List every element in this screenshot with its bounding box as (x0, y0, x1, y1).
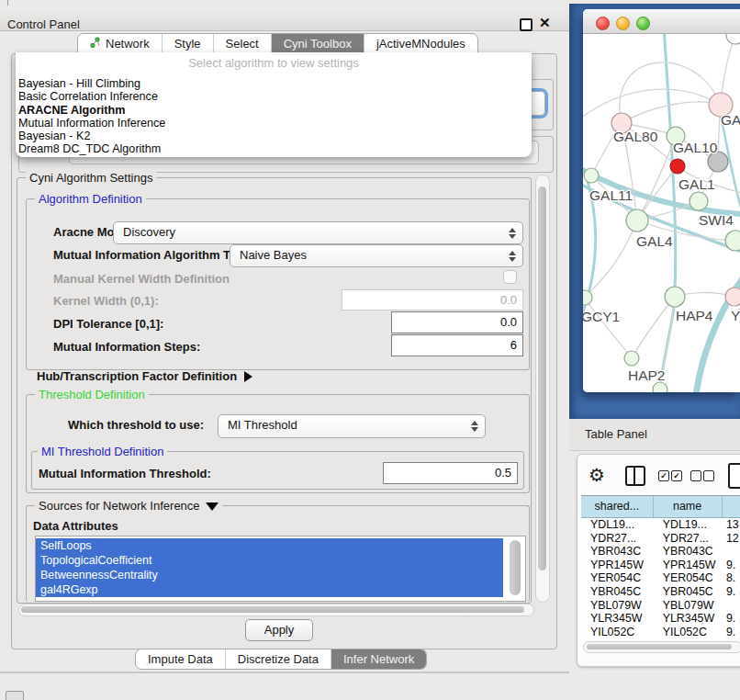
dpi-tolerance-field[interactable]: 0.0 (391, 311, 523, 333)
unchecked-box-icon[interactable] (690, 470, 701, 481)
table-column-header[interactable]: shared... (581, 496, 654, 517)
checked-box-icon[interactable]: ✓ (658, 470, 669, 481)
network-edge[interactable] (632, 297, 675, 358)
tab-label: Select (226, 37, 259, 51)
attribute-list-item[interactable]: gal4RGexp (36, 582, 503, 597)
mi-threshold-field[interactable]: 0.5 (383, 462, 518, 484)
close-icon[interactable]: ✕ (539, 15, 551, 31)
dropdown-item[interactable]: Mutual Information Inference (17, 117, 530, 130)
node-gcy1[interactable] (583, 290, 592, 305)
dropdown-item[interactable]: Bayesian - K2 (17, 130, 530, 142)
threshold-definition-title: Threshold Definition (35, 388, 149, 401)
apply-button[interactable]: Apply (245, 619, 313, 641)
settings-vscroll-thumb[interactable] (538, 186, 546, 570)
node-hap2[interactable] (624, 351, 639, 366)
kernel-width-field[interactable]: 0.0 (342, 289, 523, 310)
float-window-icon[interactable] (520, 18, 533, 31)
tab-network[interactable]: Network (78, 34, 162, 53)
tab-cyni-toolbox[interactable]: Cyni Toolbox (271, 34, 364, 53)
table-cell: YER054C (581, 571, 654, 585)
node-hap4[interactable] (665, 287, 685, 307)
dropdown-item[interactable]: ARACNE Algorithm (17, 104, 530, 117)
table-row[interactable]: YDL19...YDL19...13 (581, 518, 740, 532)
stepper-arrows-icon (471, 421, 478, 432)
which-threshold-combobox[interactable]: MI Threshold (218, 414, 486, 438)
table-row[interactable]: YPR145WYPR145W9. (581, 559, 740, 572)
mi-algorithm-type-combobox[interactable]: Naive Bayes (230, 244, 523, 267)
attribute-list-item[interactable]: TopologicalCoefficient (36, 553, 503, 568)
settings-hscroll-thumb[interactable] (21, 606, 524, 613)
table-header-row: shared...name (581, 496, 740, 518)
zoom-traffic-light[interactable] (636, 17, 650, 30)
tab-infer-network[interactable]: Infer Network (331, 649, 426, 669)
attribute-list-item[interactable]: BetweennessCentrality (36, 568, 503, 582)
node-table[interactable]: shared...name YDL19...YDL19...13YDR27...… (581, 495, 740, 639)
network-edge[interactable] (583, 181, 596, 330)
settings-vertical-scrollbar[interactable] (535, 175, 550, 603)
network-window-titlebar[interactable] (583, 9, 740, 34)
table-hscroll-thumb[interactable] (587, 644, 732, 649)
gear-icon[interactable]: ⚙ (589, 466, 605, 484)
tab-discretize-data[interactable]: Discretize Data (225, 649, 331, 669)
unchecked-box-icon[interactable] (703, 470, 714, 481)
table-cell: YBL079W (581, 599, 654, 613)
close-traffic-light[interactable] (596, 17, 610, 30)
node-top[interactable] (726, 34, 740, 44)
algorithm-definition-title: Algorithm Definition (35, 192, 146, 206)
node-bottom[interactable] (653, 382, 667, 392)
table-horizontal-scrollbar[interactable] (583, 641, 740, 653)
table-row[interactable]: YDR27...YDR27...12 (581, 532, 740, 546)
checked-box-icon[interactable]: ✓ (671, 470, 682, 481)
attr-items: SelfLoopsTopologicalCoefficientBetweenne… (36, 538, 503, 597)
table-row[interactable]: YER054CYER054C8. (581, 571, 740, 585)
node-gal11-label: GAL11 (589, 187, 633, 203)
tab-label: Discretize Data (238, 652, 319, 666)
network-edge[interactable] (585, 220, 637, 298)
network-edge[interactable] (583, 89, 721, 122)
node-gal11[interactable] (584, 168, 599, 183)
expander-expanded-icon[interactable] (206, 502, 219, 511)
node-gal10-label: GAL10 (673, 140, 718, 155)
list-scrollbar-thumb[interactable] (510, 540, 521, 595)
dropdown-item[interactable]: Basic Correlation Inference (17, 90, 530, 103)
table-column-header[interactable]: name (654, 496, 723, 517)
node-swi4[interactable] (725, 231, 740, 251)
table-column-header[interactable] (723, 496, 740, 517)
data-attributes-list[interactable]: SelfLoopsTopologicalCoefficientBetweenne… (35, 536, 526, 602)
network-tab-icon (90, 37, 101, 51)
tab-select[interactable]: Select (213, 34, 271, 53)
tab-impute-data[interactable]: Impute Data (136, 649, 225, 669)
network-edge[interactable] (695, 264, 740, 392)
dropdown-item[interactable]: Dream8 DC_TDC Algorithm (17, 142, 530, 155)
network-window[interactable]: GALGAL80GAL10GAL11GAL1GAL4SWI4GCY1HAP4YH… (583, 9, 740, 392)
dock-handle-icon[interactable] (6, 691, 24, 700)
aracne-mode-combobox[interactable]: Discovery (113, 221, 523, 244)
columns-icon[interactable] (625, 466, 645, 486)
dropdown-item[interactable]: Bayesian - Hill Climbing (17, 77, 530, 90)
expander-collapsed-icon[interactable] (244, 371, 252, 382)
table-row[interactable]: YIL052CYIL052C9. (581, 626, 740, 639)
settings-horizontal-scrollbar[interactable] (18, 604, 534, 616)
attribute-list-item[interactable]: SelfLoops (36, 538, 503, 553)
table-row[interactable]: YBR043CYBR043C (581, 545, 740, 559)
table-cell: YPR145W (581, 559, 654, 572)
table-cell: YDR27... (654, 532, 723, 546)
table-row[interactable]: YBR045CYBR045C9. (581, 585, 740, 599)
node-gal1[interactable] (690, 192, 708, 210)
network-canvas[interactable]: GALGAL80GAL10GAL11GAL1GAL4SWI4GCY1HAP4YH… (583, 34, 740, 392)
hub-factor-expander[interactable]: Hub/Transcription Factor Definition (37, 369, 252, 383)
grid-icon[interactable] (728, 463, 740, 489)
mi-steps-field[interactable]: 6 (391, 334, 523, 356)
table-cell: YDL19... (654, 518, 723, 532)
network-edge[interactable] (585, 298, 632, 358)
table-cell: YDR27... (581, 532, 654, 546)
table-row[interactable]: YLR345WYLR345W9. (581, 612, 740, 626)
tab-style[interactable]: Style (162, 34, 213, 53)
node-y[interactable] (725, 288, 740, 306)
tab-jactivemnodules[interactable]: jActiveMNodules (364, 34, 477, 53)
minimize-traffic-light[interactable] (616, 17, 630, 30)
manual-kernel-width-checkbox[interactable] (503, 270, 517, 284)
node-red[interactable] (670, 159, 685, 174)
node-gal4[interactable] (626, 209, 648, 231)
table-row[interactable]: YBL079WYBL079W (581, 599, 740, 613)
